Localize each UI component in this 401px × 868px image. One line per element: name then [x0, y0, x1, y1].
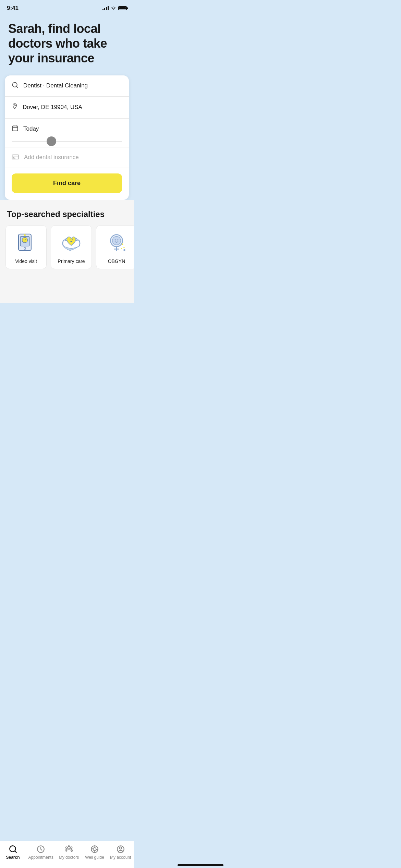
find-care-button[interactable]: Find care — [12, 173, 122, 193]
obgyn-label: OBGYN — [108, 258, 125, 264]
svg-rect-31 — [124, 249, 125, 251]
specialty-cards-row: Video visit — [0, 225, 134, 276]
main-content: Top-searched specialties — [0, 200, 134, 303]
search-field[interactable]: Dentist · Dental Cleaning — [5, 75, 129, 97]
svg-line-1 — [16, 86, 18, 87]
svg-point-19 — [70, 239, 70, 239]
specialty-card-video-visit[interactable]: Video visit — [5, 225, 47, 269]
status-time: 9:41 — [7, 5, 19, 12]
primary-care-illustration — [59, 231, 83, 255]
specialty-card-primary-care[interactable]: Primary care — [51, 225, 92, 269]
svg-rect-3 — [13, 126, 18, 131]
video-visit-label: Video visit — [15, 258, 37, 264]
svg-point-14 — [24, 239, 24, 240]
calendar-icon — [12, 125, 19, 133]
insurance-placeholder: Add dental insurance — [24, 154, 79, 161]
svg-rect-17 — [24, 234, 25, 236]
svg-point-13 — [22, 237, 28, 243]
status-bar: 9:41 — [0, 0, 134, 14]
slider-thumb[interactable] — [47, 136, 56, 146]
date-value: Today — [23, 125, 39, 132]
insurance-field[interactable]: Add dental insurance — [5, 147, 129, 168]
svg-point-28 — [123, 247, 124, 248]
svg-point-22 — [112, 236, 121, 245]
date-slider[interactable] — [5, 136, 129, 147]
page-title: Sarah, find local doctors who take your … — [8, 21, 125, 66]
obgyn-illustration — [105, 231, 129, 255]
header: Sarah, find local doctors who take your … — [0, 14, 134, 75]
svg-point-24 — [117, 239, 118, 240]
svg-point-29 — [121, 248, 122, 249]
search-value: Dentist · Dental Cleaning — [23, 82, 88, 89]
svg-point-15 — [25, 239, 26, 240]
svg-point-20 — [72, 239, 73, 239]
insurance-icon — [12, 154, 19, 161]
svg-point-2 — [14, 105, 15, 106]
battery-icon — [118, 6, 127, 10]
status-icons — [102, 6, 127, 10]
specialties-section-title: Top-searched specialties — [0, 209, 134, 225]
slider-track — [12, 141, 122, 142]
primary-care-label: Primary care — [58, 258, 85, 264]
specialty-card-obgyn[interactable]: OBGYN — [96, 225, 134, 269]
signal-icon — [102, 6, 109, 10]
svg-point-23 — [114, 239, 116, 240]
location-field[interactable]: Dover, DE 19904, USA — [5, 97, 129, 119]
location-value: Dover, DE 19904, USA — [23, 104, 82, 111]
search-card: Dentist · Dental Cleaning Dover, DE 1990… — [5, 75, 129, 200]
location-icon — [12, 103, 18, 112]
video-visit-illustration — [14, 231, 38, 255]
date-field[interactable]: Today — [5, 119, 129, 136]
wifi-icon — [111, 6, 116, 10]
svg-point-27 — [122, 243, 123, 245]
search-icon — [12, 82, 19, 90]
